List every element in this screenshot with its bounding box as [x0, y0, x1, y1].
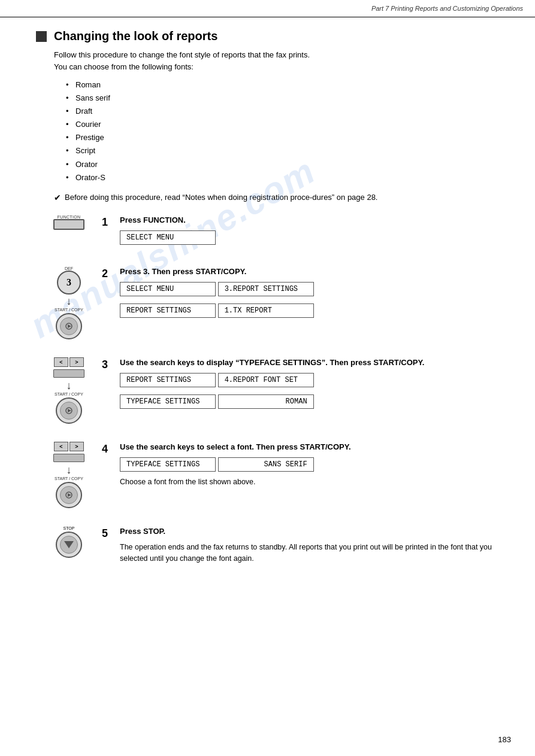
page-header: Part 7 Printing Reports and Customizing … — [0, 0, 535, 17]
lcd-typeface-settings: TYPEFACE SETTINGS — [120, 394, 216, 409]
arrow-down-4: ↓ — [67, 464, 72, 475]
lcd-report-settings: REPORT SETTINGS — [120, 303, 216, 318]
font-list-item: Draft — [66, 105, 511, 118]
step-2-left: DEF 3 ↓ START / COPY — [36, 266, 102, 341]
svg-marker-3 — [68, 409, 71, 412]
font-list-item: Orator — [66, 158, 511, 171]
lcd-typeface-settings-4: TYPEFACE SETTINGS — [120, 457, 216, 472]
step-5-row: STOP 5 Press STOP. The operation ends an… — [36, 526, 511, 564]
step-3-instruction: Use the search keys to display “TYPEFACE… — [120, 357, 511, 368]
step-1-lcd: SELECT MENU — [120, 230, 511, 246]
section-icon — [36, 31, 47, 42]
step-4-content: Use the search keys to select a font. Th… — [120, 442, 511, 488]
lcd-sans-serif: SANS SERIF — [218, 457, 314, 472]
step-1-row: FUNCTION 1 Press FUNCTION. SELECT MENU — [36, 215, 511, 250]
step-1-content: Press FUNCTION. SELECT MENU — [120, 215, 511, 250]
step-3-lcd-group-1: REPORT SETTINGS 4.REPORT FONT SET — [120, 373, 511, 388]
page-number: 183 — [498, 735, 511, 744]
start-copy-label-2: START / COPY — [55, 308, 83, 312]
step-5-content: Press STOP. The operation ends and the f… — [120, 526, 511, 564]
step-2-lcd-stack: SELECT MENU 3.REPORT SETTINGS REPORT SET… — [120, 282, 511, 323]
step-2-content: Press 3. Then press START/COPY. SELECT M… — [120, 266, 511, 323]
font-list-item: Script — [66, 144, 511, 157]
page-footer: 183 — [498, 735, 511, 744]
step-4-instruction: Use the search keys to select a font. Th… — [120, 442, 511, 453]
header-text: Part 7 Printing Reports and Customizing … — [371, 5, 523, 12]
font-list-item: Sans serif — [66, 92, 511, 105]
search-key-left-4[interactable]: < — [54, 442, 68, 451]
intro-line1: Follow this procedure to change the font… — [54, 49, 511, 61]
step-3-row: < > ↓ START / COPY 3 Use the search keys… — [36, 357, 511, 425]
function-button[interactable] — [53, 219, 84, 230]
step-2-lcd-group-1: SELECT MENU 3.REPORT SETTINGS — [120, 282, 511, 297]
search-key-right[interactable]: > — [69, 357, 84, 367]
section-title: Changing the look of reports — [54, 29, 217, 43]
lcd-select-menu: SELECT MENU — [120, 230, 216, 245]
font-list-item: Roman — [66, 78, 511, 92]
start-copy-label-3: START / COPY — [55, 392, 83, 396]
step-4-row: < > ↓ START / COPY 4 Use the search keys… — [36, 442, 511, 509]
lcd-4-report-font-set: 4.REPORT FONT SET — [218, 373, 314, 387]
lcd-select-menu-2: SELECT MENU — [120, 282, 216, 296]
start-copy-label-4: START / COPY — [55, 476, 83, 481]
svg-marker-5 — [68, 493, 71, 497]
lcd-3-report-settings: 3.REPORT SETTINGS — [218, 282, 314, 296]
step-4-number: 4 — [102, 442, 120, 456]
start-copy-button-4[interactable] — [56, 482, 82, 508]
lcd-1-tx-report: 1.TX REPORT — [218, 303, 314, 318]
step-5-number: 5 — [102, 526, 120, 540]
step-1-left: FUNCTION — [36, 215, 102, 230]
arrow-down-3: ↓ — [67, 380, 72, 391]
start-copy-button-3[interactable] — [56, 397, 82, 424]
start-copy-button-2[interactable] — [56, 313, 82, 339]
search-bar-4 — [53, 454, 84, 462]
step-3-number: 3 — [102, 357, 120, 371]
lcd-roman: ROMAN — [218, 394, 314, 409]
step-5-left: STOP — [36, 526, 102, 559]
search-keys-3: < > — [54, 357, 84, 367]
search-key-left[interactable]: < — [54, 357, 68, 367]
font-list-item: Prestige — [66, 131, 511, 144]
key-3-button[interactable]: 3 — [57, 271, 81, 294]
stop-icon — [64, 541, 74, 548]
step-3-content: Use the search keys to display “TYPEFACE… — [120, 357, 511, 414]
step-4-sub-note: Choose a font from the list shown above. — [120, 476, 511, 488]
search-bar-3 — [53, 369, 84, 378]
search-key-right-4[interactable]: > — [69, 442, 84, 451]
step-2-instruction: Press 3. Then press START/COPY. — [120, 266, 511, 277]
stop-button[interactable] — [56, 532, 82, 558]
step-5-instruction: Press STOP. — [120, 526, 511, 537]
function-label: FUNCTION — [58, 215, 81, 219]
step-1-number: 1 — [102, 215, 120, 229]
note-text: Before doing this procedure, read “Notes… — [65, 192, 377, 204]
font-list-item: Courier — [66, 118, 511, 131]
arrow-down-icon: ↓ — [67, 296, 72, 306]
step-1-instruction: Press FUNCTION. — [120, 215, 511, 226]
step-4-left: < > ↓ START / COPY — [36, 442, 102, 509]
stop-button-inner — [60, 536, 78, 554]
font-list-item: Orator-S — [66, 171, 511, 184]
start-copy-inner — [60, 317, 78, 335]
svg-marker-1 — [68, 324, 71, 328]
step-2-row: DEF 3 ↓ START / COPY 2 Press 3. Then pre… — [36, 266, 511, 341]
start-copy-inner-4 — [60, 486, 78, 504]
step-3-lcd-group-2: TYPEFACE SETTINGS ROMAN — [120, 394, 511, 410]
note-row: ✔ Before doing this procedure, read “Not… — [54, 192, 511, 204]
step-2-lcd-group-2: REPORT SETTINGS 1.TX REPORT — [120, 303, 511, 319]
font-list: RomanSans serifDraftCourierPrestigeScrip… — [66, 78, 511, 184]
start-copy-inner-3 — [60, 402, 78, 420]
step-5-body: The operation ends and the fax returns t… — [120, 542, 511, 564]
stop-label: STOP — [64, 526, 75, 530]
step-3-lcd-stack: REPORT SETTINGS 4.REPORT FONT SET TYPEFA… — [120, 373, 511, 414]
step-4-lcd-group: TYPEFACE SETTINGS SANS SERIF — [120, 457, 511, 473]
step-2-number: 2 — [102, 266, 120, 280]
lcd-report-settings-3: REPORT SETTINGS — [120, 373, 216, 387]
step-3-left: < > ↓ START / COPY — [36, 357, 102, 425]
def-label: DEF — [65, 266, 73, 271]
search-keys-4: < > — [54, 442, 84, 451]
intro-line2: You can choose from the following fonts: — [54, 61, 511, 73]
section-intro: Follow this procedure to change the font… — [54, 49, 511, 72]
section-title-row: Changing the look of reports — [36, 29, 511, 43]
checkmark-icon: ✔ — [54, 192, 61, 204]
